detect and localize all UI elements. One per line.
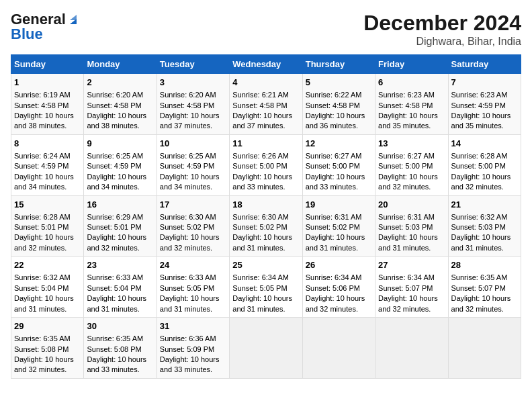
day-info: Daylight: 10 hours: [160, 232, 226, 242]
day-info: Sunset: 4:59 PM: [160, 161, 226, 171]
day-info: and 31 minutes.: [378, 243, 445, 253]
calendar-cell: 2Sunrise: 6:20 AMSunset: 4:58 PMDaylight…: [84, 74, 157, 135]
calendar-cell: 19Sunrise: 6:31 AMSunset: 5:02 PMDayligh…: [302, 195, 375, 257]
day-number: 29: [14, 320, 81, 332]
day-info: and 31 minutes.: [451, 243, 518, 253]
day-info: Sunrise: 6:35 AM: [14, 334, 81, 344]
day-number: 6: [378, 77, 445, 89]
day-info: Sunset: 5:02 PM: [160, 222, 226, 232]
calendar-cell: [448, 318, 521, 379]
calendar-table: Sunday Monday Tuesday Wednesday Thursday…: [11, 54, 521, 379]
day-number: 21: [451, 199, 518, 211]
day-info: Sunrise: 6:36 AM: [160, 334, 226, 344]
day-info: Sunset: 5:01 PM: [14, 222, 81, 232]
page-subtitle: Dighwara, Bihar, India: [363, 36, 521, 48]
page-title: December 2024: [363, 11, 521, 36]
day-number: 4: [232, 77, 299, 89]
day-number: 23: [87, 259, 153, 271]
calendar-cell: 30Sunrise: 6:35 AMSunset: 5:08 PMDayligh…: [84, 318, 157, 379]
logo-arrow-icon: [67, 13, 79, 26]
day-info: Sunrise: 6:34 AM: [378, 273, 445, 283]
col-tuesday: Tuesday: [157, 55, 229, 74]
day-info: and 31 minutes.: [306, 243, 372, 253]
day-info: Sunset: 5:05 PM: [232, 283, 299, 293]
day-info: and 33 minutes.: [160, 365, 226, 375]
day-info: and 38 minutes.: [14, 121, 81, 131]
day-info: Daylight: 10 hours: [306, 293, 372, 304]
day-info: Sunset: 4:59 PM: [451, 101, 518, 111]
day-info: Sunset: 5:00 PM: [378, 161, 445, 171]
calendar-cell: 1Sunrise: 6:19 AMSunset: 4:58 PMDaylight…: [11, 74, 84, 135]
day-info: Sunset: 5:05 PM: [160, 283, 226, 293]
day-number: 13: [378, 138, 445, 150]
day-info: Sunrise: 6:20 AM: [160, 90, 226, 100]
calendar-cell: 29Sunrise: 6:35 AMSunset: 5:08 PMDayligh…: [11, 318, 84, 379]
day-info: Sunrise: 6:33 AM: [87, 273, 153, 283]
day-info: Daylight: 10 hours: [232, 111, 299, 121]
day-number: 2: [87, 77, 153, 89]
day-info: and 31 minutes.: [232, 304, 299, 314]
day-info: Sunrise: 6:24 AM: [14, 151, 81, 161]
day-info: Sunset: 5:07 PM: [451, 283, 518, 293]
title-block: December 2024 Dighwara, Bihar, India: [363, 11, 521, 48]
day-number: 14: [451, 138, 518, 150]
day-info: Daylight: 10 hours: [306, 111, 372, 121]
day-info: Sunset: 5:04 PM: [14, 283, 81, 293]
day-info: Sunset: 4:58 PM: [378, 101, 445, 111]
day-info: Sunrise: 6:25 AM: [160, 151, 226, 161]
day-info: and 34 minutes.: [14, 182, 81, 192]
day-info: Sunset: 5:00 PM: [451, 161, 518, 171]
day-info: Sunset: 5:08 PM: [87, 345, 153, 355]
day-info: Daylight: 10 hours: [451, 293, 518, 304]
day-info: Sunrise: 6:29 AM: [87, 212, 153, 222]
day-info: and 32 minutes.: [14, 365, 81, 375]
day-number: 16: [87, 199, 153, 211]
day-number: 1: [14, 77, 81, 89]
day-info: Sunrise: 6:28 AM: [14, 212, 81, 222]
day-info: Sunset: 5:08 PM: [14, 345, 81, 355]
calendar-cell: 28Sunrise: 6:35 AMSunset: 5:07 PMDayligh…: [448, 257, 521, 318]
day-number: 3: [160, 77, 226, 89]
day-info: Daylight: 10 hours: [87, 232, 153, 242]
day-info: and 32 minutes.: [14, 243, 81, 253]
calendar-week-row: 15Sunrise: 6:28 AMSunset: 5:01 PMDayligh…: [11, 195, 521, 257]
day-number: 11: [232, 138, 299, 150]
calendar-cell: 12Sunrise: 6:27 AMSunset: 5:00 PMDayligh…: [302, 134, 375, 195]
calendar-cell: 15Sunrise: 6:28 AMSunset: 5:01 PMDayligh…: [11, 195, 84, 257]
day-info: Sunrise: 6:19 AM: [14, 90, 81, 100]
day-number: 31: [160, 320, 226, 332]
logo: General Blue: [11, 11, 79, 43]
day-info: Daylight: 10 hours: [87, 111, 153, 121]
day-info: Sunrise: 6:31 AM: [306, 212, 372, 222]
day-info: Sunset: 4:58 PM: [87, 101, 153, 111]
day-info: and 34 minutes.: [87, 182, 153, 192]
day-info: and 31 minutes.: [14, 304, 81, 314]
day-info: Sunrise: 6:30 AM: [160, 212, 226, 222]
calendar-cell: [302, 318, 375, 379]
day-info: and 33 minutes.: [87, 365, 153, 375]
calendar-cell: [230, 318, 302, 379]
calendar-cell: 7Sunrise: 6:23 AMSunset: 4:59 PMDaylight…: [448, 74, 521, 135]
day-number: 25: [232, 259, 299, 271]
col-saturday: Saturday: [448, 55, 521, 74]
day-info: and 35 minutes.: [451, 121, 518, 131]
col-wednesday: Wednesday: [230, 55, 302, 74]
day-info: Daylight: 10 hours: [14, 355, 81, 365]
day-info: Daylight: 10 hours: [14, 293, 81, 304]
day-info: Daylight: 10 hours: [14, 232, 81, 242]
day-number: 5: [306, 77, 372, 89]
day-info: Sunset: 5:01 PM: [87, 222, 153, 232]
day-info: Daylight: 10 hours: [378, 232, 445, 242]
day-info: and 32 minutes.: [87, 243, 153, 253]
day-info: Sunrise: 6:32 AM: [14, 273, 81, 283]
day-number: 12: [306, 138, 372, 150]
day-info: Sunset: 4:59 PM: [87, 161, 153, 171]
day-info: Sunrise: 6:33 AM: [160, 273, 226, 283]
calendar-cell: 16Sunrise: 6:29 AMSunset: 5:01 PMDayligh…: [84, 195, 157, 257]
svg-marker-1: [70, 15, 77, 20]
day-info: and 37 minutes.: [232, 121, 299, 131]
day-info: Sunrise: 6:25 AM: [87, 151, 153, 161]
calendar-cell: 18Sunrise: 6:30 AMSunset: 5:02 PMDayligh…: [230, 195, 302, 257]
day-info: and 38 minutes.: [87, 121, 153, 131]
calendar-cell: 14Sunrise: 6:28 AMSunset: 5:00 PMDayligh…: [448, 134, 521, 195]
